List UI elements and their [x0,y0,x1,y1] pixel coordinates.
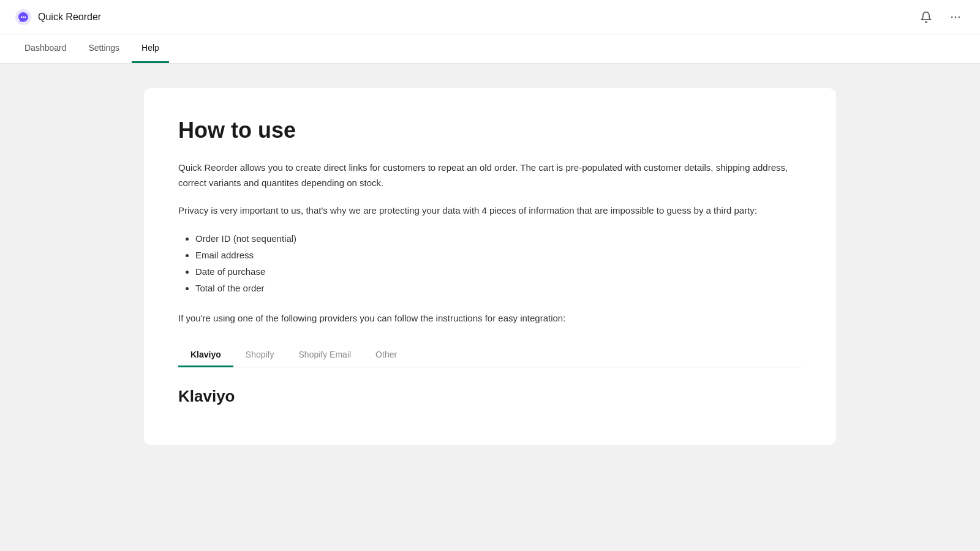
app-logo-icon [15,9,32,26]
header-actions [916,7,965,27]
nav-bar: Dashboard Settings Help [0,34,980,64]
provider-section-heading: Klaviyo [178,387,802,406]
description-paragraph-2: Privacy is very important to us, that's … [178,203,802,219]
provider-tab-other[interactable]: Other [363,343,409,367]
svg-point-4 [951,16,953,18]
svg-point-3 [24,16,26,17]
provider-tab-shopify[interactable]: Shopify [233,343,287,367]
svg-point-5 [955,16,957,18]
svg-point-1 [21,16,22,17]
main-content: How to use Quick Reorder allows you to c… [0,64,980,551]
bell-icon [920,11,932,23]
more-icon [949,11,962,23]
notifications-button[interactable] [916,7,936,27]
more-options-button[interactable] [946,7,965,27]
list-item: Total of the order [195,280,802,296]
integration-intro-text: If you're using one of the following pro… [178,311,802,326]
app-branding: Quick Reorder [15,9,101,26]
svg-point-2 [23,16,24,17]
content-card: How to use Quick Reorder allows you to c… [144,88,836,445]
tab-settings[interactable]: Settings [79,34,130,63]
app-header: Quick Reorder [0,0,980,34]
svg-point-6 [959,16,960,18]
provider-tabs: Klaviyo Shopify Shopify Email Other [178,343,802,367]
page-heading: How to use [178,118,802,143]
privacy-bullet-list: Order ID (not sequential) Email address … [178,230,802,296]
app-title: Quick Reorder [38,12,101,23]
description-paragraph-1: Quick Reorder allows you to create direc… [178,160,802,191]
provider-tab-klaviyo[interactable]: Klaviyo [178,343,233,367]
list-item: Date of purchase [195,263,802,280]
provider-content-section: Klaviyo [178,387,802,406]
tab-help[interactable]: Help [132,34,169,63]
list-item: Email address [195,247,802,263]
provider-tab-shopify-email[interactable]: Shopify Email [287,343,364,367]
list-item: Order ID (not sequential) [195,230,802,247]
tab-dashboard[interactable]: Dashboard [15,34,77,63]
